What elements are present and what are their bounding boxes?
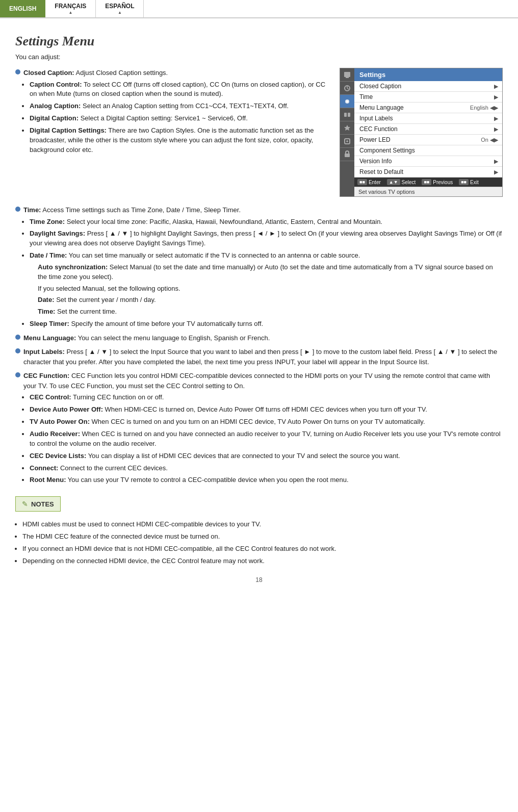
time-sublist: Time Zone: Select your local time zone: … <box>30 217 503 329</box>
time-zone-bold: Time Zone: <box>30 218 65 225</box>
svg-rect-8 <box>348 113 350 117</box>
list-item-time: Time: Access Time settings such as Time … <box>15 205 503 329</box>
settings-layout: Settings Closed Caption ▶ Time ▶ Menu La… <box>340 68 502 196</box>
settings-row-power-led[interactable]: Power LED On ◀▶ <box>354 135 502 145</box>
top-section: Closed Caption: Adjust Closed Caption se… <box>15 68 503 197</box>
settings-rows-container: Settings Closed Caption ▶ Time ▶ Menu La… <box>354 68 502 196</box>
time-bold: Time: <box>23 206 41 214</box>
settings-row-menu-language[interactable]: Menu Language English ◀▶ <box>354 103 502 113</box>
time-heading: Time: Access Time settings such as Time … <box>23 205 241 215</box>
device-auto-power-off-item: Device Auto Power Off: When HDMI-CEC is … <box>30 405 503 415</box>
note-item-2: The HDMI CEC feature of the connected de… <box>22 532 503 542</box>
daylight-savings-item: Daylight Savings: Press [ ▲ / ▼ ] to hig… <box>30 229 503 248</box>
input-labels-bold: Input Labels: <box>23 348 65 356</box>
page-title: Settings Menu <box>15 34 503 49</box>
cec-control-item: CEC Control: Turning CEC function on or … <box>30 393 503 402</box>
sleep-timer-text: Specify the amount of time before your T… <box>69 320 263 327</box>
lang-label-francais: FRANÇAIS <box>55 3 86 10</box>
lang-tab-francais[interactable]: FRANÇAIS ▲ <box>45 0 96 17</box>
digital-caption-settings-bold: Digital Caption Settings: <box>30 126 107 134</box>
settings-row-reset-to-default[interactable]: Reset to Default ▶ <box>354 167 502 177</box>
footer-label-enter: Enter <box>369 180 381 185</box>
page-number: 18 <box>15 576 503 594</box>
closed-caption-rest: Adjust Closed Caption settings. <box>74 69 168 77</box>
input-labels-heading: Input Labels: Press [ ▲ / ▼ ] to select … <box>23 347 503 367</box>
closed-caption-heading: Closed Caption: Adjust Closed Caption se… <box>23 68 168 78</box>
main-content: Settings Menu You can adjust: Closed Cap… <box>0 18 518 609</box>
auto-sync-item: Auto synchronization: Select Manual (to … <box>38 263 503 282</box>
section-list: Closed Caption: Adjust Closed Caption se… <box>15 68 329 155</box>
settings-icon-3 <box>340 95 354 108</box>
menu-language-heading: Menu Language: You can select the menu l… <box>23 333 270 343</box>
note-item-3: If you connect an HDMI device that is no… <box>22 544 503 554</box>
row-arrow-reset-to-default: ▶ <box>494 169 498 175</box>
list-item-cec-function: CEC Function: CEC Function lets you cont… <box>15 371 503 485</box>
date-bold: Date: <box>38 296 55 303</box>
time-item-bold: Time: <box>38 308 55 315</box>
root-menu-item: Root Menu: You can use your TV remote to… <box>30 475 503 485</box>
tv-auto-power-on-bold: TV Auto Power On: <box>30 418 90 425</box>
analog-caption-bold: Analog Caption: <box>30 102 81 110</box>
closed-caption-sublist: Caption Control: To select CC Off (turns… <box>30 80 329 155</box>
date-text: Set the current year / month / day. <box>55 296 156 303</box>
digital-caption-settings-item: Digital Caption Settings: There are two … <box>30 126 329 155</box>
note-item-4: Depending on the connected HDMI device, … <box>22 556 503 566</box>
cec-device-lists-text: You can display a list of HDMI CEC devic… <box>86 452 400 460</box>
settings-icon-6 <box>340 135 354 148</box>
cec-function-bold: CEC Function: <box>23 372 69 379</box>
footer-key-select: ▲▼ <box>387 179 400 185</box>
language-bar: ENGLISH FRANÇAIS ▲ ESPAÑOL ▲ <box>0 0 518 18</box>
date-time-bold: Date / Time: <box>30 251 67 259</box>
notes-list: HDMI cables must be used to connect HDMI… <box>22 520 503 566</box>
footer-key-enter: ■■ <box>357 179 367 185</box>
root-menu-text: You can use your TV remote to control a … <box>66 476 348 484</box>
settings-footer: ■■ Enter ▲▼ Select ■■ Previous <box>354 177 502 187</box>
date-time-subsub: Auto synchronization: Select Manual (to … <box>38 263 503 317</box>
row-label-input-labels: Input Labels <box>359 115 393 122</box>
tv-auto-power-on-text: When CEC is turned on and you turn on an… <box>90 418 425 425</box>
row-arrow-time: ▶ <box>494 94 498 100</box>
svg-rect-7 <box>344 113 347 117</box>
bullet-dot-time <box>15 207 20 212</box>
time-item-text: Set the current time. <box>55 308 117 315</box>
svg-rect-0 <box>344 72 350 77</box>
row-label-component-settings: Component Settings <box>359 147 415 154</box>
settings-row-input-labels[interactable]: Input Labels ▶ <box>354 113 502 124</box>
settings-row-cec-function[interactable]: CEC Function ▶ <box>354 124 502 135</box>
settings-row-closed-caption[interactable]: Closed Caption ▶ <box>354 81 502 92</box>
time-zone-item: Time Zone: Select your local time zone: … <box>30 217 503 227</box>
digital-caption-bold: Digital Caption: <box>30 114 79 122</box>
date-time-item: Date / Time: You can set time manually o… <box>30 251 503 317</box>
audio-receiver-item: Audio Receiver: When CEC is turned on an… <box>30 429 503 449</box>
footer-label-exit: Exit <box>470 180 479 185</box>
row-label-closed-caption: Closed Caption <box>359 83 401 90</box>
footer-label-select: Select <box>402 180 416 185</box>
bullet-dot <box>15 69 20 74</box>
device-auto-power-off-text: When HDMI-CEC is turned on, Device Auto … <box>103 405 427 413</box>
note-item-1: HDMI cables must be used to connect HDMI… <box>22 520 503 529</box>
cec-function-rest: CEC Function lets you control HDMI CEC-c… <box>23 372 490 390</box>
connect-bold: Connect: <box>30 464 58 472</box>
time-rest: Access Time settings such as Time Zone, … <box>41 206 241 214</box>
lang-tab-espanol[interactable]: ESPAÑOL ▲ <box>96 0 144 17</box>
full-width-content: Time: Access Time settings such as Time … <box>15 205 503 566</box>
row-label-version-info: Version Info <box>359 158 392 165</box>
settings-row-time[interactable]: Time ▶ <box>354 92 502 103</box>
cec-control-bold: CEC Control: <box>30 393 71 401</box>
footer-key-previous: ■■ <box>422 179 431 185</box>
sleep-timer-item: Sleep Timer: Specify the amount of time … <box>30 319 503 329</box>
settings-box: Settings Closed Caption ▶ Time ▶ Menu La… <box>340 68 503 197</box>
row-label-time: Time <box>359 93 373 100</box>
row-label-power-led: Power LED <box>359 136 391 143</box>
settings-icons <box>340 68 354 196</box>
row-label-cec-function: CEC Function <box>359 125 398 133</box>
connect-text: Connect to the current CEC devices. <box>58 464 168 472</box>
connect-item: Connect: Connect to the current CEC devi… <box>30 464 503 473</box>
row-value-power-led: On ◀▶ <box>481 137 498 143</box>
lang-tab-english[interactable]: ENGLISH <box>0 0 45 17</box>
settings-row-version-info[interactable]: Version Info ▶ <box>354 156 502 167</box>
francais-arrow: ▲ <box>68 10 72 15</box>
settings-row-component-settings[interactable]: Component Settings <box>354 145 502 156</box>
cec-device-lists-bold: CEC Device Lists: <box>30 452 86 460</box>
svg-rect-12 <box>345 154 350 157</box>
